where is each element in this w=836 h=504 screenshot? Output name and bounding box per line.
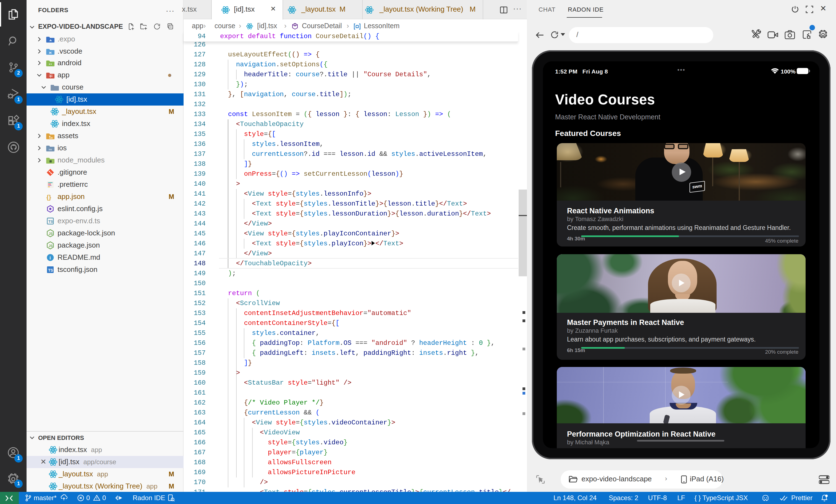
- svg-text:TS: TS: [49, 219, 53, 224]
- svg-text:JS: JS: [49, 244, 53, 248]
- svg-text:TS: TS: [48, 268, 53, 272]
- svg-text:JS: JS: [49, 232, 53, 236]
- svg-text:ios: ios: [49, 148, 52, 151]
- svg-text:{}: {}: [46, 194, 52, 200]
- svg-text:i: i: [50, 255, 51, 260]
